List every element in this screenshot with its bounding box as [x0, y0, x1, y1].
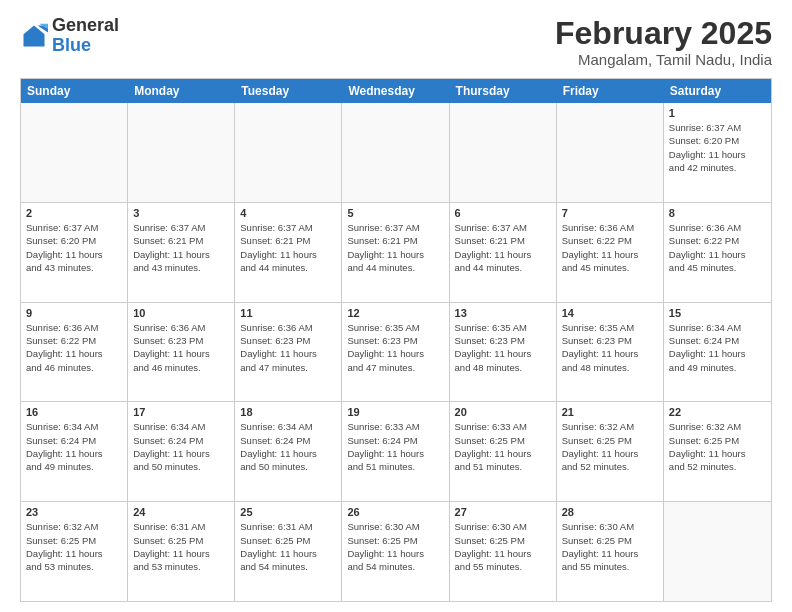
cal-cell: 7Sunrise: 6:36 AM Sunset: 6:22 PM Daylig…: [557, 203, 664, 302]
day-number: 6: [455, 207, 551, 219]
cal-cell: 6Sunrise: 6:37 AM Sunset: 6:21 PM Daylig…: [450, 203, 557, 302]
day-info: Sunrise: 6:34 AM Sunset: 6:24 PM Dayligh…: [240, 420, 336, 473]
cal-cell: 27Sunrise: 6:30 AM Sunset: 6:25 PM Dayli…: [450, 502, 557, 601]
week-row-0: 1Sunrise: 6:37 AM Sunset: 6:20 PM Daylig…: [21, 103, 771, 203]
day-number: 20: [455, 406, 551, 418]
cal-cell: 2Sunrise: 6:37 AM Sunset: 6:20 PM Daylig…: [21, 203, 128, 302]
logo: General Blue: [20, 16, 119, 56]
svg-marker-0: [24, 25, 45, 46]
header-day-tuesday: Tuesday: [235, 79, 342, 103]
day-info: Sunrise: 6:36 AM Sunset: 6:22 PM Dayligh…: [669, 221, 766, 274]
day-info: Sunrise: 6:37 AM Sunset: 6:21 PM Dayligh…: [347, 221, 443, 274]
day-info: Sunrise: 6:35 AM Sunset: 6:23 PM Dayligh…: [455, 321, 551, 374]
day-info: Sunrise: 6:34 AM Sunset: 6:24 PM Dayligh…: [669, 321, 766, 374]
cal-cell: 13Sunrise: 6:35 AM Sunset: 6:23 PM Dayli…: [450, 303, 557, 402]
cal-cell: [128, 103, 235, 202]
day-info: Sunrise: 6:33 AM Sunset: 6:25 PM Dayligh…: [455, 420, 551, 473]
day-number: 12: [347, 307, 443, 319]
header-day-wednesday: Wednesday: [342, 79, 449, 103]
day-number: 11: [240, 307, 336, 319]
day-number: 8: [669, 207, 766, 219]
day-info: Sunrise: 6:36 AM Sunset: 6:23 PM Dayligh…: [240, 321, 336, 374]
page: General Blue February 2025 Mangalam, Tam…: [0, 0, 792, 612]
cal-cell: 9Sunrise: 6:36 AM Sunset: 6:22 PM Daylig…: [21, 303, 128, 402]
cal-cell: 19Sunrise: 6:33 AM Sunset: 6:24 PM Dayli…: [342, 402, 449, 501]
day-number: 24: [133, 506, 229, 518]
week-row-2: 9Sunrise: 6:36 AM Sunset: 6:22 PM Daylig…: [21, 303, 771, 403]
logo-blue: Blue: [52, 36, 119, 56]
day-number: 25: [240, 506, 336, 518]
day-info: Sunrise: 6:37 AM Sunset: 6:21 PM Dayligh…: [133, 221, 229, 274]
cal-cell: 26Sunrise: 6:30 AM Sunset: 6:25 PM Dayli…: [342, 502, 449, 601]
day-number: 28: [562, 506, 658, 518]
day-info: Sunrise: 6:32 AM Sunset: 6:25 PM Dayligh…: [26, 520, 122, 573]
header-day-monday: Monday: [128, 79, 235, 103]
day-info: Sunrise: 6:37 AM Sunset: 6:21 PM Dayligh…: [240, 221, 336, 274]
day-number: 17: [133, 406, 229, 418]
logo-text: General Blue: [52, 16, 119, 56]
cal-cell: 22Sunrise: 6:32 AM Sunset: 6:25 PM Dayli…: [664, 402, 771, 501]
day-number: 21: [562, 406, 658, 418]
cal-cell: 1Sunrise: 6:37 AM Sunset: 6:20 PM Daylig…: [664, 103, 771, 202]
day-number: 18: [240, 406, 336, 418]
cal-cell: [21, 103, 128, 202]
day-info: Sunrise: 6:30 AM Sunset: 6:25 PM Dayligh…: [562, 520, 658, 573]
cal-cell: 23Sunrise: 6:32 AM Sunset: 6:25 PM Dayli…: [21, 502, 128, 601]
cal-cell: 10Sunrise: 6:36 AM Sunset: 6:23 PM Dayli…: [128, 303, 235, 402]
day-number: 16: [26, 406, 122, 418]
day-number: 23: [26, 506, 122, 518]
location-title: Mangalam, Tamil Nadu, India: [555, 51, 772, 68]
day-info: Sunrise: 6:32 AM Sunset: 6:25 PM Dayligh…: [562, 420, 658, 473]
cal-cell: [557, 103, 664, 202]
day-number: 19: [347, 406, 443, 418]
cal-cell: 20Sunrise: 6:33 AM Sunset: 6:25 PM Dayli…: [450, 402, 557, 501]
cal-cell: 14Sunrise: 6:35 AM Sunset: 6:23 PM Dayli…: [557, 303, 664, 402]
day-number: 1: [669, 107, 766, 119]
week-row-3: 16Sunrise: 6:34 AM Sunset: 6:24 PM Dayli…: [21, 402, 771, 502]
header: General Blue February 2025 Mangalam, Tam…: [20, 16, 772, 68]
day-info: Sunrise: 6:37 AM Sunset: 6:21 PM Dayligh…: [455, 221, 551, 274]
day-info: Sunrise: 6:30 AM Sunset: 6:25 PM Dayligh…: [455, 520, 551, 573]
logo-icon: [20, 22, 48, 50]
cal-cell: [664, 502, 771, 601]
day-number: 5: [347, 207, 443, 219]
day-number: 9: [26, 307, 122, 319]
cal-cell: 18Sunrise: 6:34 AM Sunset: 6:24 PM Dayli…: [235, 402, 342, 501]
header-day-sunday: Sunday: [21, 79, 128, 103]
cal-cell: 24Sunrise: 6:31 AM Sunset: 6:25 PM Dayli…: [128, 502, 235, 601]
week-row-4: 23Sunrise: 6:32 AM Sunset: 6:25 PM Dayli…: [21, 502, 771, 601]
logo-general: General: [52, 16, 119, 36]
day-info: Sunrise: 6:34 AM Sunset: 6:24 PM Dayligh…: [133, 420, 229, 473]
day-info: Sunrise: 6:35 AM Sunset: 6:23 PM Dayligh…: [562, 321, 658, 374]
day-info: Sunrise: 6:37 AM Sunset: 6:20 PM Dayligh…: [26, 221, 122, 274]
day-info: Sunrise: 6:30 AM Sunset: 6:25 PM Dayligh…: [347, 520, 443, 573]
day-info: Sunrise: 6:33 AM Sunset: 6:24 PM Dayligh…: [347, 420, 443, 473]
header-day-thursday: Thursday: [450, 79, 557, 103]
cal-cell: 15Sunrise: 6:34 AM Sunset: 6:24 PM Dayli…: [664, 303, 771, 402]
title-block: February 2025 Mangalam, Tamil Nadu, Indi…: [555, 16, 772, 68]
day-number: 14: [562, 307, 658, 319]
day-info: Sunrise: 6:31 AM Sunset: 6:25 PM Dayligh…: [240, 520, 336, 573]
day-number: 10: [133, 307, 229, 319]
day-number: 4: [240, 207, 336, 219]
month-title: February 2025: [555, 16, 772, 51]
day-info: Sunrise: 6:32 AM Sunset: 6:25 PM Dayligh…: [669, 420, 766, 473]
day-info: Sunrise: 6:37 AM Sunset: 6:20 PM Dayligh…: [669, 121, 766, 174]
cal-cell: [235, 103, 342, 202]
week-row-1: 2Sunrise: 6:37 AM Sunset: 6:20 PM Daylig…: [21, 203, 771, 303]
cal-cell: 21Sunrise: 6:32 AM Sunset: 6:25 PM Dayli…: [557, 402, 664, 501]
header-day-saturday: Saturday: [664, 79, 771, 103]
day-number: 26: [347, 506, 443, 518]
day-number: 3: [133, 207, 229, 219]
day-info: Sunrise: 6:35 AM Sunset: 6:23 PM Dayligh…: [347, 321, 443, 374]
calendar-body: 1Sunrise: 6:37 AM Sunset: 6:20 PM Daylig…: [21, 103, 771, 601]
cal-cell: 17Sunrise: 6:34 AM Sunset: 6:24 PM Dayli…: [128, 402, 235, 501]
day-info: Sunrise: 6:36 AM Sunset: 6:22 PM Dayligh…: [26, 321, 122, 374]
cal-cell: 28Sunrise: 6:30 AM Sunset: 6:25 PM Dayli…: [557, 502, 664, 601]
day-info: Sunrise: 6:36 AM Sunset: 6:22 PM Dayligh…: [562, 221, 658, 274]
cal-cell: [342, 103, 449, 202]
cal-cell: 11Sunrise: 6:36 AM Sunset: 6:23 PM Dayli…: [235, 303, 342, 402]
cal-cell: 16Sunrise: 6:34 AM Sunset: 6:24 PM Dayli…: [21, 402, 128, 501]
day-number: 7: [562, 207, 658, 219]
cal-cell: 5Sunrise: 6:37 AM Sunset: 6:21 PM Daylig…: [342, 203, 449, 302]
